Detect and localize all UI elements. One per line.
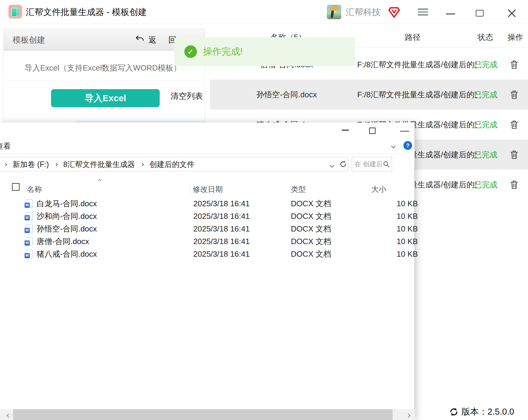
row-file-path: F:/8汇帮文件批量生成器/创建后的文件 [357, 80, 477, 110]
file-name: 猪八戒-合同.docx [37, 248, 97, 260]
app-logo-icon [8, 5, 22, 19]
success-toast: ✓ 操作完成! [174, 37, 355, 66]
delete-trash-icon[interactable] [510, 120, 519, 129]
file-date: 2025/3/18 16:41 [193, 197, 250, 210]
vip-badge-icon[interactable] [388, 6, 400, 20]
clear-list-button[interactable]: 清空列表 [170, 91, 203, 101]
screen: 汇帮文件批量生成器 - 模板创建 汇帮科技 模板创建 [0, 0, 528, 420]
search-icon[interactable] [383, 161, 390, 168]
file-list-item[interactable]: W 唐僧-合同.docx 2025/3/18 16:41 DOCX 文档 10 … [0, 235, 415, 248]
breadcrumb-item-folder[interactable]: 8汇帮文件批量生成器 [63, 159, 135, 169]
divider [6, 80, 202, 80]
breadcrumb: 新加卷 (F:) 8汇帮文件批量生成器 创建后的文件 [4, 157, 195, 171]
breadcrumb-item-subfolder[interactable]: 创建后的文件 [149, 159, 195, 169]
search-input[interactable] [355, 159, 382, 170]
file-explorer-window: 查看 ? 新加卷 (F:) 8汇帮文件批量生成器 创建后的文件 [0, 122, 415, 420]
status-badge: 已完成 [473, 110, 499, 140]
explorer-column-size[interactable]: 大小 [371, 181, 386, 197]
file-name: 沙和尚-合同.docx [37, 210, 97, 222]
file-type: DOCX 文档 [291, 197, 331, 210]
delete-trash-icon[interactable] [510, 150, 519, 159]
file-type: DOCX 文档 [291, 248, 331, 260]
file-list-item[interactable]: W 猪八戒-合同.docx 2025/3/18 16:41 DOCX 文档 10… [0, 248, 415, 260]
window-title: 汇帮文件批量生成器 - 模板创建 [26, 0, 147, 24]
column-header-path[interactable]: 路径 [399, 29, 426, 46]
app-close-button[interactable] [507, 9, 516, 18]
app-minimize-button[interactable] [446, 14, 455, 14]
explorer-minimize-button[interactable] [342, 130, 349, 131]
version-footer: 版本：2.5.0.0 [449, 406, 514, 418]
divider [0, 154, 415, 154]
import-excel-button[interactable]: 导入Excel [51, 89, 160, 107]
delete-trash-icon[interactable] [510, 90, 519, 99]
file-type: DOCX 文档 [291, 210, 331, 222]
file-size: 10 KB [381, 210, 418, 222]
search-box [352, 157, 392, 171]
file-name: 唐僧-合同.docx [37, 235, 89, 248]
scroll-right-icon[interactable] [407, 413, 410, 418]
file-date: 2025/3/18 16:41 [193, 210, 250, 222]
file-size: 10 KB [381, 235, 418, 248]
app-maximize-button[interactable] [476, 10, 484, 17]
panel-title: 模板创建 [13, 29, 45, 51]
import-hint-text: 导入Excel（支持Excel数据写入WORD模板） [25, 63, 181, 73]
status-badge: 已完成 [473, 50, 499, 80]
chevron-right-icon [4, 163, 7, 166]
file-type: DOCX 文档 [291, 235, 331, 248]
word-file-icon: W [26, 237, 33, 246]
menu-view-tab[interactable]: 查看 [0, 139, 11, 153]
account-name: 汇帮科技 [346, 0, 381, 24]
delete-trash-icon[interactable] [510, 180, 519, 189]
column-header-action[interactable]: 操作 [505, 29, 526, 46]
status-badge: 已完成 [473, 80, 499, 110]
file-name: 孙悟空-合同.docx [37, 222, 97, 235]
file-size: 10 KB [381, 197, 418, 210]
delete-trash-icon[interactable] [510, 60, 519, 69]
table-row[interactable]: 孙悟空-合同.docx F:/8汇帮文件批量生成器/创建后的文件 已完成 [210, 80, 528, 110]
scroll-left-icon[interactable] [7, 413, 10, 418]
help-button[interactable]: ? [403, 141, 412, 150]
divider [190, 182, 190, 196]
file-date: 2025/3/18 16:41 [193, 248, 250, 260]
scrollbar-thumb[interactable] [13, 409, 393, 420]
check-circle-icon: ✓ [184, 45, 197, 58]
chevron-down-icon[interactable] [392, 144, 395, 149]
file-date: 2025/3/18 16:41 [193, 222, 250, 235]
breadcrumb-item-drive[interactable]: 新加卷 (F:) [13, 159, 49, 169]
file-size: 10 KB [381, 248, 418, 260]
address-dropdown-icon[interactable] [330, 163, 333, 168]
file-list-item[interactable]: W 白龙马-合同.docx 2025/3/18 16:41 DOCX 文档 10… [0, 197, 415, 210]
menu-icon[interactable] [418, 8, 428, 16]
column-header-status[interactable]: 状态 [472, 29, 499, 46]
version-label: 版本：2.5.0.0 [461, 406, 514, 418]
app-titlebar: 汇帮文件批量生成器 - 模板创建 汇帮科技 [0, 0, 528, 24]
file-list-item[interactable]: W 沙和尚-合同.docx 2025/3/18 16:41 DOCX 文档 10… [0, 210, 415, 222]
update-refresh-icon[interactable] [449, 407, 458, 416]
status-badge: 已完成 [473, 170, 499, 200]
chevron-right-icon [54, 163, 58, 166]
file-type: DOCX 文档 [291, 222, 331, 235]
row-file-name: 孙悟空-合同.docx [243, 80, 330, 110]
word-file-icon: W [26, 225, 33, 233]
explorer-maximize-button[interactable] [369, 128, 376, 134]
horizontal-scrollbar[interactable] [0, 409, 415, 420]
chevron-right-icon [140, 163, 144, 166]
explorer-column-type[interactable]: 类型 [291, 181, 306, 197]
word-file-icon: W [26, 212, 33, 220]
file-size: 10 KB [381, 222, 418, 235]
word-file-icon: W [26, 199, 33, 208]
explorer-column-date[interactable]: 修改日期 [193, 181, 223, 197]
avatar[interactable] [327, 5, 341, 19]
file-name: 白龙马-合同.docx [37, 197, 97, 210]
word-file-icon: W [26, 250, 33, 258]
refresh-icon[interactable] [339, 160, 347, 168]
file-date: 2025/3/18 16:41 [193, 235, 250, 248]
sort-ascending-icon [98, 178, 101, 183]
status-badge: 已完成 [473, 140, 499, 170]
file-list-item[interactable]: W 孙悟空-合同.docx 2025/3/18 16:41 DOCX 文档 10… [0, 222, 415, 235]
undo-arrow-icon [135, 35, 144, 45]
explorer-column-name[interactable]: 名称 [27, 181, 42, 197]
row-file-path: F:/8汇帮文件批量生成器/创建后的文件 [357, 50, 477, 80]
select-all-checkbox[interactable] [12, 183, 20, 191]
explorer-close-button[interactable] [396, 127, 404, 134]
